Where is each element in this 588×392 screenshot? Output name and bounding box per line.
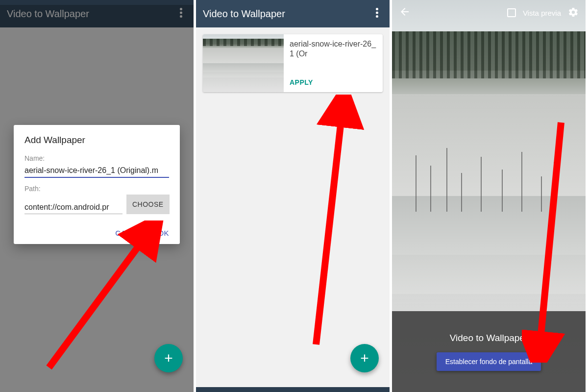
preview-checkbox[interactable] bbox=[507, 8, 516, 17]
apply-button[interactable]: APPLY bbox=[290, 78, 377, 86]
cancel-button[interactable]: CANCEL bbox=[115, 229, 146, 237]
path-field-label: Path: bbox=[24, 185, 169, 193]
screen-add-dialog: Video to Wallpaper Add Wallpaper Name: P… bbox=[0, 0, 196, 392]
choose-button[interactable]: CHOOSE bbox=[126, 195, 170, 214]
name-input[interactable] bbox=[24, 164, 169, 178]
plus-icon: + bbox=[360, 350, 369, 367]
ok-button[interactable]: OK bbox=[158, 229, 169, 237]
screen-preview: Vista previa Video to Wallpaper Establec… bbox=[392, 0, 588, 392]
app-bar-title: Video to Wallpaper bbox=[203, 8, 371, 20]
plus-icon: + bbox=[164, 350, 173, 367]
svg-line-7 bbox=[316, 103, 343, 344]
name-field-label: Name: bbox=[24, 154, 169, 162]
preview-checkbox-label: Vista previa bbox=[523, 9, 561, 17]
overflow-menu-icon[interactable] bbox=[371, 8, 383, 20]
sheet-app-title: Video to Wallpaper bbox=[450, 333, 528, 343]
card-title: aerial-snow-ice-river-26_1 (Or bbox=[290, 39, 377, 59]
video-thumbnail bbox=[203, 34, 284, 92]
nav-bar-edge bbox=[0, 0, 194, 5]
annotation-arrow-icon bbox=[309, 95, 368, 349]
screen-list: Video to Wallpaper aerial-snow-ice-river… bbox=[196, 0, 392, 392]
settings-gear-icon[interactable] bbox=[568, 7, 579, 19]
set-wallpaper-button[interactable]: Establecer fondo de pantalla bbox=[437, 352, 541, 371]
nav-bar-edge bbox=[196, 387, 390, 392]
app-bar: Video to Wallpaper bbox=[196, 0, 390, 27]
svg-point-5 bbox=[376, 12, 378, 14]
set-wallpaper-sheet: Video to Wallpaper Establecer fondo de p… bbox=[392, 311, 586, 392]
svg-point-4 bbox=[376, 8, 378, 10]
dialog-title: Add Wallpaper bbox=[24, 135, 169, 146]
add-wallpaper-dialog: Add Wallpaper Name: Path: CHOOSE CANCEL … bbox=[14, 125, 180, 244]
svg-point-6 bbox=[376, 15, 378, 18]
wallpaper-card[interactable]: aerial-snow-ice-river-26_1 (Or APPLY bbox=[203, 34, 383, 92]
add-fab[interactable]: + bbox=[154, 344, 183, 372]
back-arrow-icon[interactable] bbox=[399, 6, 411, 20]
path-input[interactable] bbox=[24, 201, 122, 214]
add-fab[interactable]: + bbox=[350, 344, 379, 372]
preview-top-bar: Vista previa bbox=[392, 0, 586, 25]
